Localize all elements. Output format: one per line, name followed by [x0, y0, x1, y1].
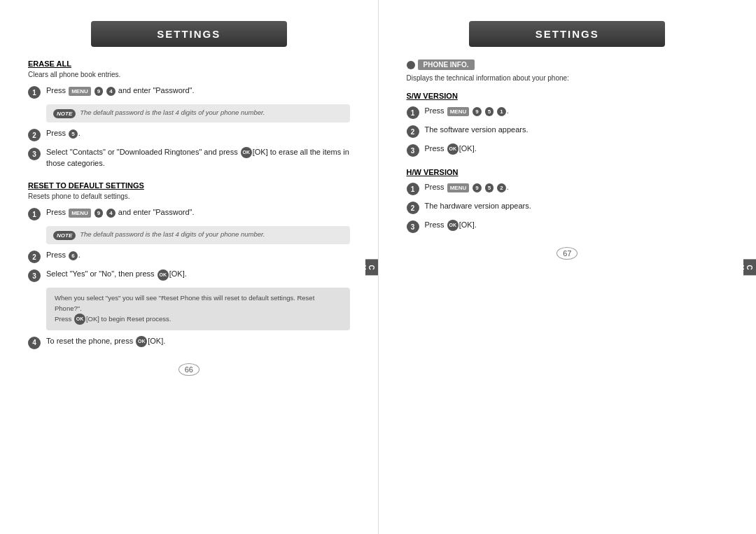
step-num-1: 1 — [28, 86, 41, 99]
key-9b: 9 — [94, 209, 103, 218]
ok-button-icon-5: OK — [447, 143, 458, 155]
key-5c: 5 — [485, 107, 493, 116]
key-9d: 9 — [472, 183, 481, 192]
hw-step-num-3: 3 — [407, 220, 419, 233]
hw-step-2-text: The hardware version appears. — [425, 201, 729, 211]
sw-version-title: S/W VERSION — [407, 92, 729, 100]
note-badge-2: NOTE — [53, 231, 76, 240]
erase-step-1-text: Press MENU 9 4 and enter "Password". — [46, 85, 350, 96]
key-9c: 9 — [472, 107, 481, 116]
left-page: SETTINGS ERASE ALL Clears all phone book… — [0, 0, 379, 534]
hw-version-title: H/W VERSION — [407, 168, 729, 176]
ch-tab-right: CH4 — [743, 259, 756, 275]
reset-note: NOTE The default password is the last 4 … — [46, 226, 350, 244]
erase-all-section: ERASE ALL Clears all phone book entries.… — [28, 59, 350, 169]
right-page: SETTINGS PHONE INFO. Displays the techni… — [379, 0, 757, 534]
hw-step-3: 3 Press OK[OK]. — [407, 220, 729, 233]
ch-tab-left: CH4 — [365, 259, 378, 275]
erase-step-3: 3 Select "Contacts" or "Downloaded Ringt… — [28, 147, 350, 169]
key-1c: 1 — [497, 107, 505, 116]
ok-button-icon-6: OK — [447, 220, 458, 231]
ok-button-icon: OK — [241, 147, 252, 158]
reset-step-num-4: 4 — [28, 337, 41, 349]
sw-step-1-text: Press MENU 9 5 1. — [425, 106, 729, 116]
reset-step-4: 4 To reset the phone, press OK[OK]. — [28, 336, 350, 349]
hw-step-2: 2 The hardware version appears. — [407, 201, 729, 214]
step-num-3: 3 — [28, 148, 41, 160]
phone-info-dot — [407, 61, 415, 69]
left-settings-header: SETTINGS — [91, 21, 287, 47]
phone-info-desc: Displays the technical information about… — [407, 74, 729, 82]
menu-icon-2: MENU — [69, 209, 91, 218]
sw-step-3-text: Press OK[OK]. — [425, 143, 729, 155]
reset-title: RESET TO DEFAULT SETTINGS — [28, 181, 350, 190]
reset-info-box: When you select "yes" you will see "Rese… — [46, 288, 350, 330]
reset-step-3-text: Select "Yes" or "No", then press OK[OK]. — [46, 269, 350, 280]
reset-step-2-text: Press 6. — [46, 250, 350, 260]
ok-button-icon-2: OK — [158, 269, 169, 281]
sw-step-1: 1 Press MENU 9 5 1. — [407, 106, 729, 119]
phone-info-label: PHONE INFO. — [418, 59, 475, 70]
sw-step-num-2: 2 — [407, 125, 419, 138]
erase-note: NOTE The default password is the last 4 … — [46, 104, 350, 122]
hw-step-num-1: 1 — [407, 183, 419, 195]
phone-info-badge: PHONE INFO. — [407, 59, 475, 70]
note-badge: NOTE — [53, 109, 76, 118]
sw-step-3: 3 Press OK[OK]. — [407, 143, 729, 157]
erase-all-desc: Clears all phone book entries. — [28, 71, 350, 78]
key-5: 5 — [69, 129, 77, 139]
hw-step-num-2: 2 — [407, 202, 419, 214]
key-4b: 4 — [106, 209, 115, 218]
erase-all-title: ERASE ALL — [28, 59, 350, 68]
reset-desc: Resets phone to default settings. — [28, 192, 350, 200]
reset-step-4-text: To reset the phone, press OK[OK]. — [46, 336, 350, 347]
sw-step-2-text: The software version appears. — [425, 125, 729, 135]
reset-step-2: 2 Press 6. — [28, 250, 350, 263]
key-4: 4 — [106, 87, 115, 96]
sw-step-num-3: 3 — [407, 144, 419, 157]
sw-step-2: 2 The software version appears. — [407, 125, 729, 138]
reset-step-num-3: 3 — [28, 269, 41, 282]
menu-icon-3: MENU — [447, 107, 470, 116]
step-num-2: 2 — [28, 129, 41, 141]
phone-info-section: PHONE INFO. Displays the technical infor… — [407, 59, 729, 233]
reset-step-num-2: 2 — [28, 251, 41, 263]
page-num-left: 66 — [28, 363, 350, 376]
key-9: 9 — [94, 87, 103, 96]
erase-step-2-text: Press 5. — [46, 128, 350, 139]
erase-step-1: 1 Press MENU 9 4 and enter "Password". — [28, 85, 350, 99]
hw-step-1: 1 Press MENU 9 5 2. — [407, 182, 729, 195]
menu-icon-4: MENU — [447, 183, 470, 192]
key-6: 6 — [69, 251, 77, 260]
ok-button-icon-4: OK — [136, 336, 147, 347]
key-2d: 2 — [497, 183, 505, 192]
key-5d: 5 — [485, 183, 493, 192]
hw-version-section: H/W VERSION 1 Press MENU 9 5 2. 2 The ha… — [407, 168, 729, 233]
erase-step-3-text: Select "Contacts" or "Downloaded Rington… — [46, 147, 350, 169]
page-num-right: 67 — [407, 247, 729, 260]
erase-step-2: 2 Press 5. — [28, 128, 350, 141]
reset-section: RESET TO DEFAULT SETTINGS Resets phone t… — [28, 181, 350, 349]
sw-step-num-1: 1 — [407, 106, 419, 119]
reset-step-1: 1 Press MENU 9 4 and enter "Password". — [28, 207, 350, 220]
right-settings-header: SETTINGS — [469, 21, 665, 47]
reset-step-num-1: 1 — [28, 208, 41, 220]
menu-icon: MENU — [69, 87, 91, 96]
ok-button-icon-3: OK — [74, 314, 85, 325]
sw-version-section: S/W VERSION 1 Press MENU 9 5 1. 2 The so… — [407, 92, 729, 157]
reset-step-1-text: Press MENU 9 4 and enter "Password". — [46, 207, 350, 218]
hw-step-3-text: Press OK[OK]. — [425, 220, 729, 231]
reset-step-3: 3 Select "Yes" or "No", then press OK[OK… — [28, 269, 350, 282]
hw-step-1-text: Press MENU 9 5 2. — [425, 182, 729, 192]
